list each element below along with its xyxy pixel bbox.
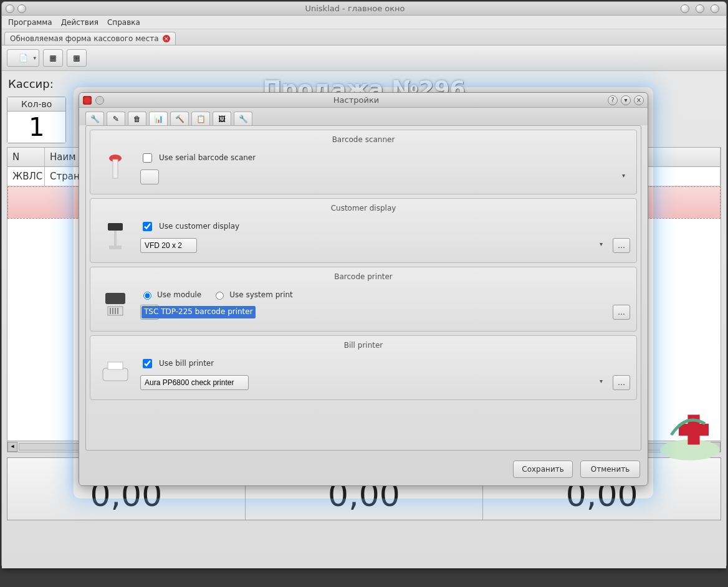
save-button[interactable]: Сохранить [513,461,573,478]
dialog-tabs: 🔧 ✎ 🗑 📊 🔨 📋 🖼 🔧 [79,108,648,125]
cashier-label: Кассир: [8,77,720,90]
system-label: Use system print [229,290,293,299]
minimize-icon[interactable] [681,4,689,13]
scanner-icon [97,149,134,186]
tab-7-icon[interactable]: 🖼 [213,112,231,125]
dialog-pin-icon[interactable] [95,96,104,105]
tab-3-icon[interactable]: 🗑 [128,112,146,125]
billprinter-checkbox-input[interactable] [143,359,152,368]
scanner-combo[interactable] [140,169,159,184]
module-label: Use module [157,290,201,299]
tab-label: Обновляемая форма кассового места [10,34,159,43]
dialog-titlebar[interactable]: Настройки ? ▾ × [79,93,648,108]
svg-rect-5 [109,246,122,249]
barcode-printer-icon [97,286,134,323]
scanner-use-label: Use serial barcode scaner [159,153,256,162]
scanner-title: Barcode scanner [97,135,630,144]
svg-rect-3 [108,223,123,231]
maximize-icon[interactable] [696,4,704,13]
tab-5-icon[interactable]: 🔨 [170,112,189,125]
display-title: Customer display [97,204,630,212]
cancel-button[interactable]: Отменить [580,461,640,478]
menubar: Программа Действия Справка [2,16,726,29]
bprinter-config-button[interactable]: … [613,305,630,320]
module-radio-input[interactable] [143,292,151,300]
dialog-help-icon[interactable]: ? [608,95,618,105]
toolbar-grid2-icon[interactable]: ▦ [67,49,87,67]
close-icon[interactable] [711,4,719,13]
toolbar-grid1-icon[interactable]: ▦ [43,49,63,67]
main-titlebar[interactable]: Unisklad - главное окно [2,2,726,16]
tab-2-icon[interactable]: ✎ [107,112,125,125]
bill-printer-icon [97,355,134,392]
billprinter-title: Bill printer [97,341,630,350]
dialog-app-icon [83,96,92,105]
toolbar: 📄 ▦ ▦ [2,45,726,71]
tab-cashier-form[interactable]: Обновляемая форма кассового места × [4,32,176,45]
svg-rect-6 [105,293,125,304]
scanner-checkbox-input[interactable] [143,153,152,163]
menu-actions[interactable]: Действия [61,18,98,27]
col-n[interactable]: N [7,148,45,166]
tab-4-icon[interactable]: 📊 [149,112,168,125]
scanner-use-checkbox[interactable]: Use serial barcode scaner [140,151,630,165]
billprinter-combo[interactable]: Aura PP6800 check printer [140,375,249,390]
billprinter-use-checkbox[interactable]: Use bill printer [140,357,630,370]
display-config-button[interactable]: … [613,238,630,253]
pin-icon[interactable] [17,4,26,13]
toolbar-doc-dropdown[interactable]: 📄 [7,49,39,67]
dialog-rollup-icon[interactable]: ▾ [621,95,631,105]
dialog-footer: Сохранить Отменить [79,456,648,485]
system-radio-input[interactable] [216,292,224,300]
menu-help[interactable]: Справка [107,18,140,27]
tab-6-icon[interactable]: 📋 [191,112,210,125]
menu-program[interactable]: Программа [8,18,52,27]
bprinter-title: Barcode printer [97,272,630,281]
settings-dialog: Настройки ? ▾ × 🔧 ✎ 🗑 📊 🔨 📋 🖼 🔧 Barcode … [79,92,648,486]
dialog-close-icon[interactable]: × [634,95,644,105]
display-use-label: Use customer display [159,222,239,231]
qty-label: Кол-во [7,97,65,112]
tab-8-icon[interactable]: 🔧 [234,112,252,125]
display-checkbox-input[interactable] [143,222,152,231]
display-icon [97,217,134,255]
tab-close-icon[interactable]: × [163,35,170,42]
tabbar: Обновляемая форма кассового места × [2,29,726,45]
bprinter-combo[interactable] [140,305,159,320]
bprinter-system-radio[interactable]: Use system print [213,290,293,300]
svg-rect-2 [113,160,118,178]
dialog-body: Barcode scanner Use serial barcode scane… [85,125,641,451]
svg-rect-4 [114,231,117,246]
app-icon[interactable] [6,4,14,13]
scroll-left-icon[interactable]: ◂ [7,442,17,452]
svg-rect-12 [103,368,128,381]
qty-box: Кол-во 1 [7,97,66,143]
section-barcode-printer: Barcode printer Use module Use system pr… [90,267,637,332]
svg-rect-13 [108,362,123,370]
billprinter-config-button[interactable]: … [613,375,630,390]
dialog-title: Настройки [108,95,605,105]
display-use-checkbox[interactable]: Use customer display [140,220,630,233]
col-jvls[interactable]: ЖВЛС [7,167,45,186]
section-barcode-scanner: Barcode scanner Use serial barcode scane… [90,130,637,194]
billprinter-use-label: Use bill printer [159,359,214,368]
scroll-right-icon[interactable]: ▸ [711,442,721,452]
section-bill-printer: Bill printer Use bill printer Aura PP680… [90,335,637,400]
main-title: Unisklad - главное окно [29,4,681,13]
bprinter-module-radio[interactable]: Use module [140,290,201,300]
tab-1-icon[interactable]: 🔧 [85,112,104,125]
display-combo[interactable]: VFD 20 x 2 [140,238,197,253]
qty-value: 1 [7,112,65,143]
section-customer-display: Customer display Use customer display VF… [90,198,637,263]
